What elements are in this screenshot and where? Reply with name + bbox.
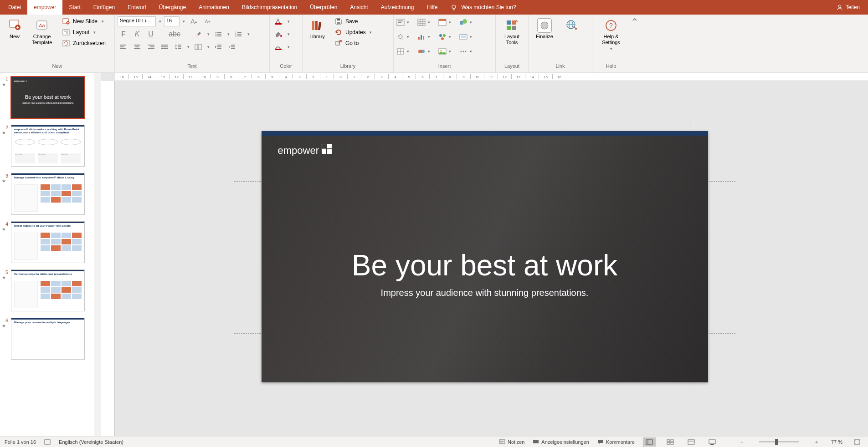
accessibility-icon[interactable] <box>44 439 51 445</box>
slide-thumbnail[interactable]: Manage content with empower® slides Libr… <box>11 173 85 215</box>
align-center-button[interactable] <box>131 42 143 52</box>
chevron-down-icon[interactable]: ▾ <box>286 19 291 24</box>
zoom-in-button[interactable]: + <box>810 437 823 447</box>
finalize-button[interactable]: Finalize <box>531 16 558 41</box>
slide-canvas[interactable]: empower Be your best at work Impress you… <box>262 131 708 382</box>
zoom-slider[interactable] <box>759 441 799 442</box>
bullets-button[interactable] <box>212 29 224 39</box>
chevron-down-icon[interactable]: ▾ <box>158 19 162 24</box>
align-right-button[interactable] <box>145 42 157 52</box>
slide-thumbnail[interactable]: Direct access to all your PowerPoint ass… <box>11 221 85 263</box>
slide-title[interactable]: Be your best at work <box>262 249 708 282</box>
decrease-indent-button[interactable] <box>212 42 224 52</box>
chevron-down-icon[interactable]: ▾ <box>181 19 186 24</box>
fill-color-button[interactable] <box>272 29 284 39</box>
insert-textbox-button[interactable]: ▾ <box>396 19 411 26</box>
zoom-level[interactable]: 77 % <box>831 439 842 445</box>
grow-font-button[interactable]: A▴ <box>188 16 200 26</box>
insert-symbol-button[interactable]: ▾ <box>396 48 411 55</box>
tab-datei[interactable]: Datei <box>2 0 27 15</box>
line-spacing-button[interactable] <box>172 42 184 52</box>
thumb-row[interactable]: 2★ empower® slides makes working with Po… <box>2 125 95 167</box>
zoom-out-button[interactable]: − <box>735 437 748 447</box>
tab-ansicht[interactable]: Ansicht <box>344 0 374 15</box>
tab-start[interactable]: Start <box>62 0 87 15</box>
italic-button[interactable]: K <box>131 29 143 39</box>
chevron-down-icon[interactable]: ▾ <box>186 45 190 49</box>
layout-tools-button[interactable]: Layout Tools <box>498 16 525 47</box>
slideshow-view-button[interactable] <box>706 437 719 447</box>
outline-color-button[interactable] <box>272 42 284 52</box>
insert-smartart-button[interactable]: ▾ <box>438 33 453 41</box>
slide-subtitle[interactable]: Impress your audience with stunning pres… <box>262 288 708 298</box>
normal-view-button[interactable] <box>643 437 656 447</box>
tab-uebergaenge[interactable]: Übergänge <box>153 0 192 15</box>
insert-picture-button[interactable]: ▾ <box>438 48 453 55</box>
columns-button[interactable] <box>192 42 204 52</box>
insert-screenshot-button[interactable]: ▾ <box>459 33 474 41</box>
insert-chart-button[interactable]: ▾ <box>417 33 432 41</box>
thumb-row[interactable]: 5★ Central updates for slides and presen… <box>2 269 95 311</box>
sorter-view-button[interactable] <box>664 437 677 447</box>
comments-button[interactable]: Kommentare <box>597 439 635 445</box>
library-button[interactable]: Library <box>305 16 329 41</box>
tab-animationen[interactable]: Animationen <box>192 0 236 15</box>
slide-thumbnail[interactable]: Manage your content in multiple language… <box>11 318 85 360</box>
underline-button[interactable]: U <box>145 29 157 39</box>
font-name-input[interactable]: Segoe UI Li... <box>118 16 156 26</box>
increase-indent-button[interactable] <box>226 42 238 52</box>
help-settings-button[interactable]: ? Help & Settings ▾ <box>595 16 627 53</box>
reading-view-button[interactable] <box>685 437 698 447</box>
insert-table-button[interactable]: ▾ <box>417 19 432 26</box>
chevron-down-icon[interactable]: ▾ <box>246 32 251 36</box>
align-left-button[interactable] <box>118 42 129 52</box>
thumb-row[interactable]: 1★ empower ▪ Be your best at work Impres… <box>2 76 95 118</box>
fit-to-window-button[interactable] <box>851 437 863 447</box>
scrollbar[interactable] <box>94 73 101 436</box>
tab-ueberpruefen[interactable]: Überprüfen <box>303 0 344 15</box>
slide-thumbnail[interactable]: Central updates for slides and presentat… <box>11 269 85 311</box>
font-size-input[interactable]: 16 <box>164 16 180 26</box>
display-settings-button[interactable]: Anzeigeeinstellungen <box>533 439 589 445</box>
chevron-down-icon[interactable]: ▾ <box>286 45 291 49</box>
change-template-button[interactable]: Aa Change Template <box>28 16 56 47</box>
highlight-button[interactable] <box>192 29 204 39</box>
insert-more-button[interactable]: ▾ <box>459 48 474 55</box>
tell-me-search[interactable]: Was möchten Sie tun? <box>444 0 522 15</box>
font-color-button[interactable]: A <box>272 16 284 26</box>
shrink-font-button[interactable]: A▾ <box>201 16 213 26</box>
tab-entwurf[interactable]: Entwurf <box>121 0 153 15</box>
align-justify-button[interactable] <box>159 42 170 52</box>
strikethrough-button[interactable]: abc <box>169 29 180 39</box>
language-status[interactable]: Englisch (Vereinigte Staaten) <box>59 439 123 445</box>
insert-shapes-button[interactable]: ▾ <box>459 19 474 26</box>
insert-agenda-button[interactable]: ▾ <box>438 19 453 26</box>
tab-aufzeichnung[interactable]: Aufzeichnung <box>375 0 421 15</box>
insert-favorite-button[interactable]: ▾ <box>396 33 411 41</box>
bold-button[interactable]: F <box>118 29 129 39</box>
slide-thumbnail[interactable]: empower ▪ Be your best at work Impress y… <box>11 76 85 118</box>
share-button[interactable]: Teilen <box>828 0 868 15</box>
tab-hilfe[interactable]: Hilfe <box>420 0 444 15</box>
chevron-down-icon[interactable]: ▾ <box>286 32 291 36</box>
goto-button[interactable]: Go to <box>332 38 376 48</box>
insert-icons-button[interactable]: ▾ <box>417 48 432 55</box>
thumb-row[interactable]: 4★ Direct access to all your PowerPoint … <box>2 221 95 263</box>
thumb-row[interactable]: 6★ Manage your content in multiple langu… <box>2 318 95 360</box>
chevron-down-icon[interactable]: ▾ <box>226 32 231 36</box>
save-button[interactable]: Save <box>332 16 376 26</box>
updates-button[interactable]: Updates ▾ <box>332 27 376 37</box>
tab-bildschirm[interactable]: Bildschirmpräsentation <box>236 0 303 15</box>
reset-button[interactable]: Zurücksetzen <box>59 38 108 48</box>
chevron-down-icon[interactable]: ▾ <box>206 45 211 49</box>
numbering-button[interactable]: 123 <box>232 29 244 39</box>
link-button[interactable] <box>560 16 584 36</box>
tab-empower[interactable]: empower <box>27 0 62 15</box>
slide-thumbnail[interactable]: empower® slides makes working with Power… <box>11 125 85 167</box>
chevron-down-icon[interactable]: ▾ <box>206 32 211 36</box>
collapse-ribbon-button[interactable] <box>630 15 640 72</box>
thumb-row[interactable]: 3★ Manage content with empower® slides L… <box>2 173 95 215</box>
new-slide-dropdown[interactable]: New Slide ▾ <box>59 16 108 26</box>
layout-dropdown[interactable]: Layout ▾ <box>59 27 108 37</box>
notes-button[interactable]: Notizen <box>499 439 524 445</box>
